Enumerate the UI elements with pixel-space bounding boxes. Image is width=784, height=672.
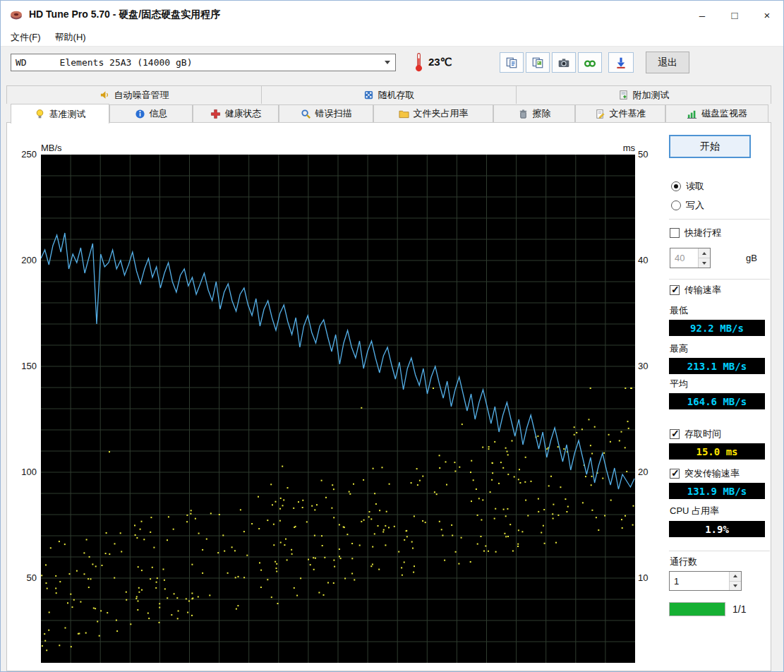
transfer-rate-checkbox[interactable]: 传输速率 <box>670 284 721 296</box>
window-title: HD Tune Pro 5.70 - 硬盘/固态硬盘实用程序 <box>29 8 220 21</box>
stepper-buttons <box>729 572 741 590</box>
shortstroke-size-stepper[interactable]: 40 <box>670 248 711 268</box>
titlebar: HD Tune Pro 5.70 - 硬盘/固态硬盘实用程序 – □ × <box>1 1 783 29</box>
radio-icon <box>671 200 681 210</box>
tab-folder-usage[interactable]: 文件夹占用率 <box>373 104 493 123</box>
dice-icon <box>363 90 374 100</box>
progress-fill <box>670 603 725 616</box>
benchmark-chart <box>41 155 635 663</box>
stepper-up-button[interactable] <box>699 248 710 258</box>
burst-rate-checkbox[interactable]: 突发传输速率 <box>670 467 740 480</box>
tab-label: 基准测试 <box>49 108 86 121</box>
maximize-button[interactable]: □ <box>718 1 751 29</box>
pass-count-label: 通行数 <box>670 556 697 568</box>
toolbar: WD Elements 25A3 (14000 gB) 23℃ <box>1 47 783 79</box>
bar-chart-icon <box>687 109 697 119</box>
compare-button[interactable] <box>578 52 602 73</box>
left-axis-tick: 100 <box>11 467 37 477</box>
left-axis-tick: 150 <box>11 361 37 371</box>
info-icon <box>135 109 145 119</box>
stepper-down-button[interactable] <box>699 258 710 268</box>
tab-label: 错误扫描 <box>315 107 352 120</box>
tab-row-secondary: 自动噪音管理 随机存取 附加测试 <box>6 85 771 104</box>
thermometer-icon <box>414 52 423 72</box>
exit-button[interactable]: 退出 <box>646 52 689 73</box>
tab-benchmark[interactable]: 基准测试 <box>11 104 109 124</box>
drive-select[interactable]: WD Elements 25A3 (14000 gB) <box>11 54 396 71</box>
progress-bar <box>669 602 725 616</box>
shortstroke-unit-label: gB <box>746 253 757 263</box>
stepper-up-button[interactable] <box>730 572 741 582</box>
shortstroke-checkbox[interactable]: 快捷行程 <box>670 227 721 239</box>
copy-text-icon <box>505 56 518 69</box>
left-axis-tick: 200 <box>11 255 37 265</box>
shortstroke-label: 快捷行程 <box>685 227 721 239</box>
max-label: 最高 <box>670 342 688 355</box>
separator <box>669 219 770 220</box>
hdtune-window: HD Tune Pro 5.70 - 硬盘/固态硬盘实用程序 – □ × 文件(… <box>0 0 784 672</box>
temperature-value: 23℃ <box>428 56 452 68</box>
screenshot-button[interactable] <box>552 52 576 73</box>
window-controls: – □ × <box>686 1 783 29</box>
lightbulb-icon <box>35 109 45 119</box>
tab-extra-tests[interactable]: 附加测试 <box>517 85 771 104</box>
read-radio[interactable]: 读取 <box>671 180 704 193</box>
read-radio-label: 读取 <box>686 180 704 193</box>
tab-info[interactable]: 信息 <box>109 104 193 123</box>
drive-select-value: WD Elements 25A3 (14000 gB) <box>11 57 380 68</box>
radio-icon <box>671 181 681 191</box>
pass-count-stepper[interactable]: 1 <box>669 571 742 591</box>
tab-auto-acoustic-management[interactable]: 自动噪音管理 <box>6 85 262 104</box>
cpu-usage-value: 1.9% <box>669 521 765 537</box>
min-value: 92.2 MB/s <box>669 320 765 336</box>
progress-text: 1/1 <box>732 604 746 615</box>
health-cross-icon <box>210 109 221 119</box>
right-axis-tick: 50 <box>638 149 659 160</box>
tab-disk-monitor[interactable]: 磁盘监视器 <box>665 104 768 123</box>
checkbox-icon <box>670 429 680 439</box>
menu-file[interactable]: 文件(F) <box>4 29 48 46</box>
menubar: 文件(F) 帮助(H) <box>1 29 783 47</box>
test-page-icon <box>618 90 629 100</box>
menu-help[interactable]: 帮助(H) <box>48 29 93 46</box>
right-axis-tick: 20 <box>638 467 659 477</box>
tab-label: 健康状态 <box>225 107 262 120</box>
separator <box>669 551 770 551</box>
tab-label: 文件基准 <box>610 107 646 120</box>
close-button[interactable]: × <box>751 1 783 29</box>
tab-label: 附加测试 <box>633 89 670 102</box>
left-axis-tick: 250 <box>11 149 37 160</box>
tab-erase[interactable]: 擦除 <box>493 104 575 123</box>
tab-random-access[interactable]: 随机存取 <box>262 85 517 104</box>
start-button[interactable]: 开始 <box>669 135 751 158</box>
cpu-usage-label: CPU 占用率 <box>670 505 719 517</box>
avg-label: 平均 <box>670 378 688 390</box>
max-value: 213.1 MB/s <box>669 358 765 374</box>
folder-icon <box>399 109 409 119</box>
left-axis-title: MB/s <box>41 143 62 153</box>
copy-image-icon <box>531 56 544 69</box>
write-radio[interactable]: 写入 <box>671 199 704 212</box>
app-icon <box>10 8 23 21</box>
copy-image-button[interactable] <box>526 52 550 73</box>
stepper-buttons <box>698 248 710 268</box>
access-time-checkbox[interactable]: 存取时间 <box>670 428 721 440</box>
stepper-down-button[interactable] <box>730 582 741 591</box>
save-results-button[interactable] <box>608 52 634 73</box>
transfer-rate-label: 传输速率 <box>685 284 721 296</box>
left-axis-tick: 50 <box>11 572 37 583</box>
minimize-button[interactable]: – <box>686 1 718 29</box>
copy-text-button[interactable] <box>500 52 524 73</box>
right-axis-tick: 10 <box>638 572 659 583</box>
access-time-label: 存取时间 <box>685 428 721 440</box>
magnifier-icon <box>301 109 311 119</box>
tab-error-scan[interactable]: 错误扫描 <box>279 104 373 123</box>
tab-label: 磁盘监视器 <box>701 107 747 120</box>
tab-file-benchmark[interactable]: 文件基准 <box>575 104 665 123</box>
tab-health[interactable]: 健康状态 <box>193 104 279 123</box>
binoculars-icon <box>584 56 596 69</box>
right-axis-tick: 30 <box>638 361 659 371</box>
trash-icon <box>518 109 529 119</box>
chevron-down-icon[interactable] <box>380 54 395 71</box>
tab-label: 文件夹占用率 <box>414 107 469 120</box>
